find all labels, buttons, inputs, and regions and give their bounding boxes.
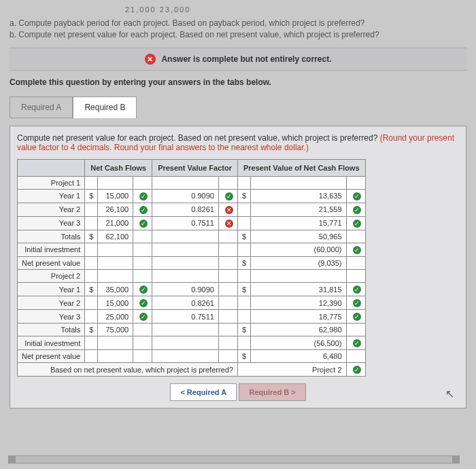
pvflow-cell[interactable] (251, 176, 346, 189)
pvflow-cell[interactable]: (56,500) (251, 336, 346, 350)
currency-cell: $ (237, 230, 250, 243)
mark-cell (346, 256, 365, 269)
netcash-cell[interactable] (98, 336, 133, 350)
pvfactor-cell[interactable] (152, 269, 219, 282)
check-icon: ✓ (139, 220, 148, 228)
netcash-cell[interactable] (98, 243, 133, 256)
pvflow-cell[interactable]: (60,000) (251, 243, 346, 256)
table-row: Totals$75,000$62,980 (18, 324, 366, 336)
check-icon: ✓ (139, 206, 148, 214)
pvflow-cell[interactable]: 13,635 (251, 189, 346, 203)
netcash-cell[interactable]: 62,100 (98, 230, 133, 243)
netcash-cell[interactable] (98, 269, 133, 282)
pvfactor-cell[interactable] (152, 350, 219, 363)
pvflow-cell[interactable]: 18,775 (251, 310, 346, 324)
pvfactor-cell[interactable] (152, 336, 219, 350)
pvfactor-cell[interactable]: 0.8261 (152, 296, 219, 310)
row-label: Year 1 (18, 189, 85, 203)
mark-cell (218, 243, 237, 256)
mark-cell: ✓ (346, 363, 365, 377)
netcash-cell[interactable] (98, 256, 133, 269)
pvflow-cell[interactable]: 62,980 (251, 324, 346, 336)
pvflow-cell[interactable]: (9,035) (251, 256, 346, 269)
netcash-cell[interactable]: 26,100 (98, 203, 133, 216)
table-row: Project 1 (18, 176, 366, 189)
pvflow-cell[interactable]: 6,480 (251, 350, 346, 363)
netcash-cell[interactable]: 35,000 (98, 282, 133, 296)
row-label: Year 3 (18, 216, 85, 230)
check-icon: ✓ (225, 192, 233, 201)
next-required-b-button[interactable]: Required B > (239, 383, 305, 401)
pvfactor-cell[interactable] (152, 176, 219, 189)
prev-required-a-button[interactable]: < Required A (170, 383, 237, 401)
check-icon: ✓ (353, 366, 361, 374)
netcash-cell[interactable]: 25,000 (98, 310, 133, 324)
currency-cell (237, 310, 250, 324)
pvflow-cell[interactable]: 31,815 (251, 282, 346, 296)
check-icon: ✓ (353, 339, 361, 347)
table-row: Year 1$35,000✓0.9090$31,815✓ (18, 282, 366, 296)
check-icon: ✓ (139, 299, 148, 307)
mark-cell: ✓ (346, 336, 365, 350)
horizontal-scrollbar[interactable] (8, 455, 460, 464)
table-row: Initial investment(56,500)✓ (18, 336, 366, 350)
pvfactor-cell[interactable]: 0.9090 (152, 189, 219, 203)
check-icon: ✓ (353, 313, 361, 321)
netcash-cell[interactable]: 15,000 (98, 189, 133, 203)
row-label: Totals (18, 324, 85, 336)
row-label: Year 1 (18, 282, 85, 296)
scroll-right-button[interactable] (452, 456, 459, 463)
mark-cell (133, 243, 152, 256)
status-bar: ✕ Answer is complete but not entirely co… (10, 48, 466, 71)
pvfactor-cell[interactable] (152, 324, 219, 336)
mark-cell (133, 256, 152, 269)
netcash-cell[interactable]: 15,000 (98, 296, 133, 310)
pvfactor-cell[interactable] (152, 230, 219, 243)
netcash-cell[interactable] (98, 350, 133, 363)
table-row: Net present value$6,480 (18, 350, 366, 363)
prompt-main: Compute net present value for each proje… (17, 133, 380, 143)
mark-cell (133, 350, 152, 363)
check-icon: ✓ (353, 220, 361, 228)
mark-cell: ✓ (218, 189, 237, 203)
npv-table: Net Cash Flows Present Value Factor Pres… (17, 159, 366, 377)
mark-cell: ✓ (346, 310, 365, 324)
netcash-cell[interactable]: 75,000 (98, 324, 133, 336)
mark-cell: ✓ (133, 310, 152, 324)
row-label: Year 2 (18, 203, 85, 216)
currency-cell (85, 176, 98, 189)
mark-cell: ✓ (346, 189, 365, 203)
currency-cell (85, 256, 98, 269)
pvflow-cell[interactable] (251, 269, 346, 282)
pvfactor-cell[interactable] (152, 256, 219, 269)
tab-required-a[interactable]: Required A (10, 97, 73, 118)
pvfactor-cell[interactable] (152, 243, 219, 256)
final-answer-cell[interactable]: Project 2 (237, 363, 346, 377)
mark-cell (218, 282, 237, 296)
x-icon: ✕ (225, 206, 233, 214)
currency-cell: $ (237, 324, 250, 336)
pvfactor-cell[interactable]: 0.7511 (152, 216, 219, 230)
pvflow-cell[interactable]: 21,559 (251, 203, 346, 216)
pvflow-cell[interactable]: 12,390 (251, 296, 346, 310)
tab-required-b[interactable]: Required B (73, 97, 137, 118)
table-row: Totals$62,100$50,965 (18, 230, 366, 243)
currency-cell (85, 243, 98, 256)
mark-cell (218, 336, 237, 350)
mark-cell: ✓ (346, 203, 365, 216)
pvfactor-cell[interactable]: 0.7511 (152, 310, 219, 324)
pvflow-cell[interactable]: 15,771 (251, 216, 346, 230)
scroll-left-button[interactable] (9, 456, 16, 463)
netcash-cell[interactable] (98, 176, 133, 189)
table-row: Project 2 (18, 269, 366, 282)
pvfactor-cell[interactable]: 0.9090 (152, 282, 219, 296)
mark-cell: ✓ (346, 296, 365, 310)
mark-cell (218, 296, 237, 310)
netcash-cell[interactable]: 21,000 (98, 216, 133, 230)
pvfactor-cell[interactable]: 0.8261 (152, 203, 219, 216)
row-label: Initial investment (18, 243, 85, 256)
mark-cell (346, 350, 365, 363)
mark-cell (218, 310, 237, 324)
pvflow-cell[interactable]: 50,965 (251, 230, 346, 243)
table-row: Year 325,000✓0.751118,775✓ (18, 310, 366, 324)
